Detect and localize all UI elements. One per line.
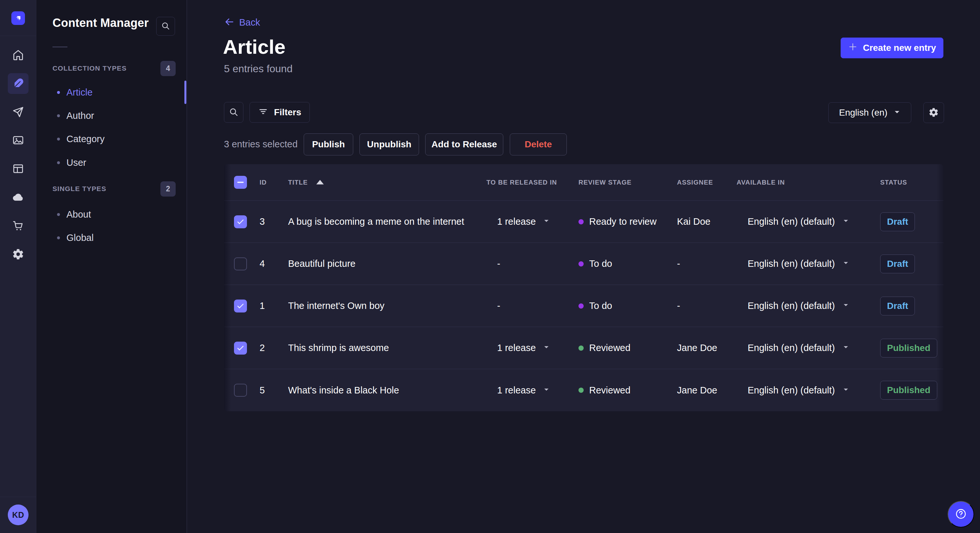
row-assignee: - bbox=[677, 300, 737, 311]
strapi-logo-icon[interactable] bbox=[11, 11, 25, 25]
chevron-down-icon bbox=[542, 343, 550, 353]
column-title-label: TITLE bbox=[288, 179, 308, 186]
back-link[interactable]: Back bbox=[224, 14, 260, 30]
row-checkbox[interactable] bbox=[234, 215, 247, 228]
column-header-released[interactable]: TO BE RELEASED IN bbox=[487, 179, 579, 186]
chevron-down-icon bbox=[542, 216, 550, 227]
bullet-icon bbox=[57, 114, 60, 117]
bullet-icon bbox=[57, 138, 60, 141]
subnav-item-user[interactable]: User bbox=[36, 151, 187, 174]
stage-dot-icon bbox=[579, 219, 584, 224]
row-review-stage: Ready to review bbox=[579, 216, 677, 227]
row-locale[interactable]: English (en) (default) bbox=[737, 216, 880, 227]
sidebar-item-marketplace[interactable] bbox=[8, 215, 29, 236]
subnav-item-author[interactable]: Author bbox=[36, 104, 187, 127]
subnav-item-label: User bbox=[67, 157, 86, 168]
status-badge: Published bbox=[880, 381, 937, 400]
row-title: The internet's Own boy bbox=[288, 300, 487, 311]
sidebar-item-settings[interactable] bbox=[8, 244, 29, 265]
filters-button[interactable]: Filters bbox=[250, 102, 310, 123]
subnav-item-label: Article bbox=[67, 87, 93, 98]
sidebar-item-content-manager[interactable] bbox=[8, 73, 29, 94]
row-released[interactable]: - bbox=[487, 300, 579, 311]
column-header-id[interactable]: ID bbox=[259, 179, 288, 186]
bullet-icon bbox=[57, 161, 60, 164]
view-settings-button[interactable] bbox=[923, 102, 944, 123]
publish-button[interactable]: Publish bbox=[304, 133, 353, 155]
row-review-stage: Reviewed bbox=[579, 343, 677, 353]
row-checkbox[interactable] bbox=[234, 257, 247, 270]
gear-icon bbox=[12, 248, 24, 260]
search-button[interactable] bbox=[224, 102, 243, 123]
stage-dot-icon bbox=[579, 388, 584, 393]
sidebar-item-media-library[interactable] bbox=[8, 130, 29, 151]
subnav-item-article[interactable]: Article bbox=[36, 81, 187, 104]
row-locale[interactable]: English (en) (default) bbox=[737, 385, 880, 396]
subnav-search-button[interactable] bbox=[156, 17, 175, 36]
subnav-item-global[interactable]: Global bbox=[36, 226, 187, 249]
sidebar-item-content-type-builder[interactable] bbox=[8, 159, 29, 179]
bullet-icon bbox=[57, 91, 60, 94]
column-header-status[interactable]: STATUS bbox=[880, 179, 943, 186]
sidebar-item-deploy[interactable] bbox=[8, 187, 29, 208]
locale-select[interactable]: English (en) bbox=[828, 102, 911, 123]
avatar[interactable]: KD bbox=[8, 504, 29, 525]
column-header-review-stage[interactable]: REVIEW STAGE bbox=[579, 179, 677, 186]
subnav-item-label: Global bbox=[67, 233, 94, 243]
unpublish-button[interactable]: Unpublish bbox=[360, 133, 419, 155]
row-id: 5 bbox=[259, 385, 288, 396]
row-id: 2 bbox=[259, 343, 288, 353]
arrow-left-icon bbox=[224, 16, 235, 29]
paper-plane-icon bbox=[12, 106, 24, 118]
main-nav-rail: KD bbox=[0, 0, 36, 533]
row-released[interactable]: 1 release bbox=[487, 343, 579, 353]
plus-icon bbox=[848, 42, 858, 54]
row-released[interactable]: - bbox=[487, 259, 579, 269]
table-row[interactable]: 5 What's inside a Black Hole 1 release R… bbox=[224, 369, 943, 411]
stage-dot-icon bbox=[579, 261, 584, 266]
pen-icon bbox=[12, 78, 24, 90]
row-locale[interactable]: English (en) (default) bbox=[737, 300, 880, 311]
chevron-down-icon bbox=[842, 385, 850, 396]
column-header-available-in[interactable]: AVAILABLE IN bbox=[737, 179, 880, 186]
row-released[interactable]: 1 release bbox=[487, 216, 579, 227]
table-row[interactable]: 4 Beautiful picture - To do - English (e… bbox=[224, 243, 943, 285]
table-row[interactable]: 3 A bug is becoming a meme on the intern… bbox=[224, 201, 943, 243]
content-manager-subnav: Content Manager COLLECTION TYPES 4 Artic… bbox=[36, 0, 187, 533]
entries-table: ID TITLE TO BE RELEASED IN REVIEW STAGE … bbox=[224, 164, 943, 411]
row-locale[interactable]: English (en) (default) bbox=[737, 259, 880, 269]
row-review-stage: To do bbox=[579, 259, 677, 269]
cloud-icon bbox=[12, 191, 25, 204]
row-id: 4 bbox=[259, 259, 288, 269]
row-assignee: Kai Doe bbox=[677, 216, 737, 227]
row-checkbox[interactable] bbox=[234, 384, 247, 397]
row-title: This shrimp is awesome bbox=[288, 343, 487, 353]
layout-icon bbox=[12, 163, 24, 175]
subnav-section-badge: 4 bbox=[161, 61, 176, 76]
chevron-down-icon bbox=[842, 300, 850, 311]
main-content: Back Article 5 entries found Create new … bbox=[187, 0, 980, 533]
sidebar-item-releases[interactable] bbox=[8, 102, 29, 122]
sidebar-item-home[interactable] bbox=[8, 45, 29, 65]
search-icon bbox=[229, 107, 239, 118]
row-checkbox[interactable] bbox=[234, 342, 247, 355]
bullet-icon bbox=[57, 236, 60, 239]
subnav-item-label: Category bbox=[67, 134, 105, 144]
select-all-checkbox[interactable] bbox=[234, 176, 247, 189]
column-header-assignee[interactable]: ASSIGNEE bbox=[677, 179, 737, 186]
help-button[interactable] bbox=[948, 501, 974, 528]
subnav-item-about[interactable]: About bbox=[36, 203, 187, 226]
rail-divider-top bbox=[0, 36, 36, 36]
row-locale[interactable]: English (en) (default) bbox=[737, 343, 880, 353]
add-to-release-button[interactable]: Add to Release bbox=[425, 133, 503, 155]
row-id: 3 bbox=[259, 216, 288, 227]
row-assignee: Jane Doe bbox=[677, 343, 737, 353]
table-row[interactable]: 1 The internet's Own boy - To do - Engli… bbox=[224, 285, 943, 327]
table-row[interactable]: 2 This shrimp is awesome 1 release Revie… bbox=[224, 327, 943, 369]
row-released[interactable]: 1 release bbox=[487, 385, 579, 396]
row-checkbox[interactable] bbox=[234, 300, 247, 313]
subnav-item-category[interactable]: Category bbox=[36, 128, 187, 151]
create-new-entry-button[interactable]: Create new entry bbox=[841, 38, 943, 58]
delete-button[interactable]: Delete bbox=[510, 133, 567, 155]
column-header-title[interactable]: TITLE bbox=[288, 179, 487, 186]
